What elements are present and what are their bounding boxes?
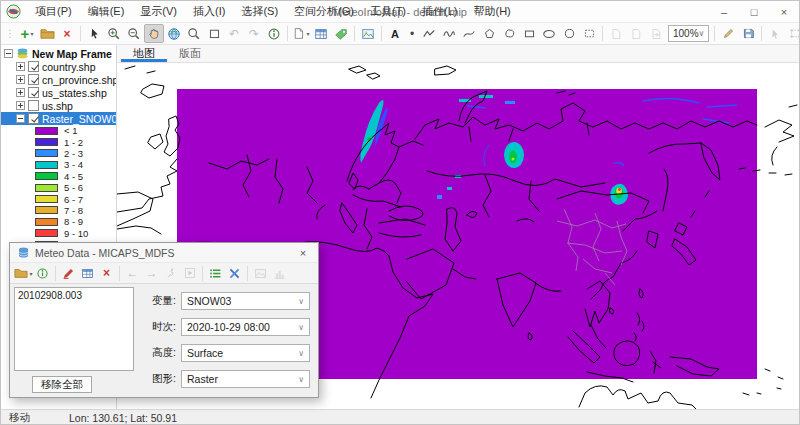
freehand-graphic-button[interactable] xyxy=(439,24,459,43)
layer-checkbox[interactable] xyxy=(28,87,39,98)
select-graphics-button[interactable] xyxy=(579,24,599,43)
toolbar-separator xyxy=(287,26,288,41)
graphic-export-button[interactable] xyxy=(646,24,666,43)
insert-image-button[interactable] xyxy=(358,24,378,43)
layer-label: Raster_SNOW03_Surfa xyxy=(42,113,116,125)
text-graphic-button[interactable]: A xyxy=(385,24,405,43)
list-icon xyxy=(209,267,222,280)
menu-project[interactable]: 项目(P) xyxy=(27,1,80,22)
graphic-paste-button[interactable] xyxy=(626,24,646,43)
dialog-variable-list-button[interactable] xyxy=(206,264,225,282)
expand-expander-icon[interactable] xyxy=(16,75,25,84)
zoom-in-tool-button[interactable] xyxy=(104,24,124,43)
minimize-button[interactable]: – xyxy=(709,1,739,22)
dialog-play-button[interactable] xyxy=(180,264,199,282)
tree-node-layer[interactable]: cn_province.shp xyxy=(1,73,116,86)
label-button[interactable] xyxy=(331,24,351,43)
info-icon xyxy=(267,27,281,41)
dialog-title-bar[interactable]: Meteo Data - MICAPS_MDFS × xyxy=(10,243,318,262)
tab-map[interactable]: 地图 xyxy=(121,45,167,62)
zoom-out-tool-button[interactable] xyxy=(124,24,144,43)
tab-layout[interactable]: 版面 xyxy=(167,45,213,62)
polygon-graphic-button[interactable] xyxy=(479,24,499,43)
data-file-item[interactable]: 20102908.003 xyxy=(18,290,130,301)
edit-start-button[interactable] xyxy=(765,24,785,43)
undo-button[interactable]: ↶ xyxy=(224,24,244,43)
collapse-expander-icon[interactable] xyxy=(4,49,13,58)
graphic-copy-button[interactable] xyxy=(606,24,626,43)
tools-icon xyxy=(228,267,241,280)
polyline-graphic-button[interactable] xyxy=(419,24,439,43)
dialog-image-button[interactable] xyxy=(251,264,270,282)
legend-swatch xyxy=(35,206,58,214)
dialog-settings-button[interactable] xyxy=(225,264,244,282)
menu-insert[interactable]: 插入(I) xyxy=(185,1,233,22)
tree-node-layer[interactable]: country.shp xyxy=(1,60,116,73)
menu-selection[interactable]: 选择(S) xyxy=(233,1,286,22)
dialog-next-button[interactable]: → xyxy=(142,264,161,282)
add-layer-button[interactable]: +▾ xyxy=(17,24,37,43)
dialog-animate-button[interactable] xyxy=(161,264,180,282)
rectangle-graphic-button[interactable] xyxy=(519,24,539,43)
zoom-to-extent-button[interactable] xyxy=(204,24,224,43)
dialog-close-icon[interactable]: × xyxy=(295,247,311,259)
chevron-down-icon: ∨ xyxy=(298,349,304,358)
menu-tools[interactable]: 工具(T) xyxy=(362,1,414,22)
level-select[interactable]: Surface ∨ xyxy=(181,344,310,362)
remove-layers-button[interactable]: × xyxy=(57,24,77,43)
tree-node-layer[interactable]: us_states.shp xyxy=(1,86,116,99)
circle-graphic-button[interactable] xyxy=(559,24,579,43)
time-select[interactable]: 2020-10-29 08:00 ∨ xyxy=(181,318,310,336)
graphic-type-select[interactable]: Raster ∨ xyxy=(181,370,310,388)
dialog-data-table-button[interactable] xyxy=(78,264,97,282)
curve-icon xyxy=(462,27,476,41)
menu-plugins[interactable]: 插件(L) xyxy=(414,1,465,22)
pan-tool-button[interactable] xyxy=(144,24,164,43)
layer-checkbox[interactable] xyxy=(28,74,39,85)
meteoinfomap-window: 项目(P) 编辑(E) 显示(V) 插入(I) 选择(S) 空间分析(G) 工具… xyxy=(0,0,800,425)
full-extent-button[interactable] xyxy=(164,24,184,43)
expand-expander-icon[interactable] xyxy=(16,88,25,97)
save-button[interactable] xyxy=(738,24,758,43)
chevron-down-icon: ∨ xyxy=(298,323,304,332)
remove-all-button[interactable]: 移除全部 xyxy=(32,376,92,393)
maximize-button[interactable]: □ xyxy=(739,1,769,22)
expand-expander-icon[interactable] xyxy=(16,101,25,110)
zoom-level-combo[interactable]: 100% ∨ xyxy=(668,25,709,42)
dialog-draw-button[interactable] xyxy=(59,264,78,282)
data-file-list[interactable]: 20102908.003 xyxy=(14,287,134,371)
dialog-previous-button[interactable]: ← xyxy=(123,264,142,282)
menu-view[interactable]: 显示(V) xyxy=(132,1,185,22)
tree-node-layer-selected[interactable]: Raster_SNOW03_Surfa xyxy=(1,112,116,125)
circle-icon xyxy=(563,27,576,40)
dialog-open-file-button[interactable]: ▾ xyxy=(14,264,33,282)
open-file-button[interactable] xyxy=(37,24,57,43)
select-tool-button[interactable] xyxy=(84,24,104,43)
zoom-to-layer-button[interactable] xyxy=(184,24,204,43)
new-layout-button[interactable]: ▾ xyxy=(291,24,311,43)
ellipse-graphic-button[interactable] xyxy=(539,24,559,43)
freehand-polygon-button[interactable] xyxy=(499,24,519,43)
redo-button[interactable]: ↷ xyxy=(244,24,264,43)
menu-spatial-analysis[interactable]: 空间分析(G) xyxy=(286,1,362,22)
dialog-data-info-button[interactable] xyxy=(33,264,52,282)
point-graphic-button[interactable]: • xyxy=(405,24,419,43)
edit-vertices-button[interactable] xyxy=(785,24,800,43)
tree-node-layer[interactable]: us.shp xyxy=(1,99,116,112)
close-button[interactable]: × xyxy=(769,1,799,22)
dialog-chart-button[interactable] xyxy=(270,264,289,282)
layer-checkbox[interactable] xyxy=(28,100,39,111)
expand-expander-icon[interactable] xyxy=(16,62,25,71)
collapse-expander-icon[interactable] xyxy=(16,114,25,123)
edit-graphic-button[interactable] xyxy=(718,24,738,43)
layer-checkbox[interactable] xyxy=(28,61,39,72)
curve-graphic-button[interactable] xyxy=(459,24,479,43)
attribute-table-button[interactable] xyxy=(311,24,331,43)
menu-help[interactable]: 帮助(H) xyxy=(465,1,518,22)
identify-button[interactable] xyxy=(264,24,284,43)
dialog-remove-data-button[interactable]: × xyxy=(97,264,116,282)
tree-node-map-frame[interactable]: New Map Frame xyxy=(1,47,116,60)
variable-select[interactable]: SNOW03 ∨ xyxy=(181,292,310,310)
menu-edit[interactable]: 编辑(E) xyxy=(80,1,133,22)
layer-checkbox[interactable] xyxy=(28,113,39,124)
